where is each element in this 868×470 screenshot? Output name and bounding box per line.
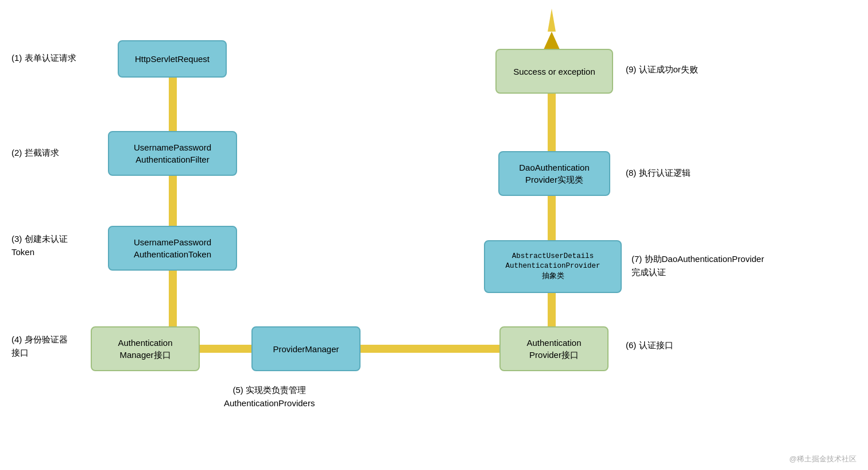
node-http-servlet-request: HttpServletRequest [118,40,227,78]
label-step2: (2) 拦截请求 [11,147,59,160]
label-step3: (3) 创建未认证Token [11,233,68,259]
label-step9: (9) 认证成功or失败 [626,63,698,76]
label-step8: (8) 执行认证逻辑 [626,167,691,180]
node-success-or-exception: Success or exception [495,49,613,94]
svg-rect-8 [548,195,556,241]
node-username-password-token: UsernamePasswordAuthenticationToken [108,226,237,271]
node-auth-manager-interface: AuthenticationManager接口 [91,326,200,371]
label-step7: (7) 协助DaoAuthenticationProvider完成认证 [631,253,764,279]
node-dao-auth-provider: DaoAuthenticationProvider实现类 [498,151,610,196]
label-step5: (5) 实现类负责管理AuthenticationProviders [224,384,315,410]
svg-marker-11 [544,32,560,49]
svg-rect-5 [198,345,253,353]
label-step4: (4) 身份验证器接口 [11,333,68,359]
label-step1: (1) 表单认证请求 [11,52,76,65]
diagram-container: HttpServletRequest UsernamePasswordAuthe… [0,0,868,470]
node-username-password-filter: UsernamePasswordAuthenticationFilter [108,131,237,176]
svg-marker-10 [548,9,556,32]
label-step6: (6) 认证接口 [626,339,673,352]
svg-rect-3 [169,175,177,227]
watermark: @稀土掘金技术社区 [789,454,857,464]
node-provider-manager: ProviderManager [251,326,361,371]
svg-rect-2 [169,78,177,132]
node-auth-provider-interface: AuthenticationProvider接口 [499,326,609,371]
svg-rect-4 [169,270,177,328]
svg-rect-9 [548,93,556,152]
node-abstract-user-details: AbstractUserDetailsAuthenticationProvide… [484,240,622,293]
svg-rect-6 [359,345,499,353]
